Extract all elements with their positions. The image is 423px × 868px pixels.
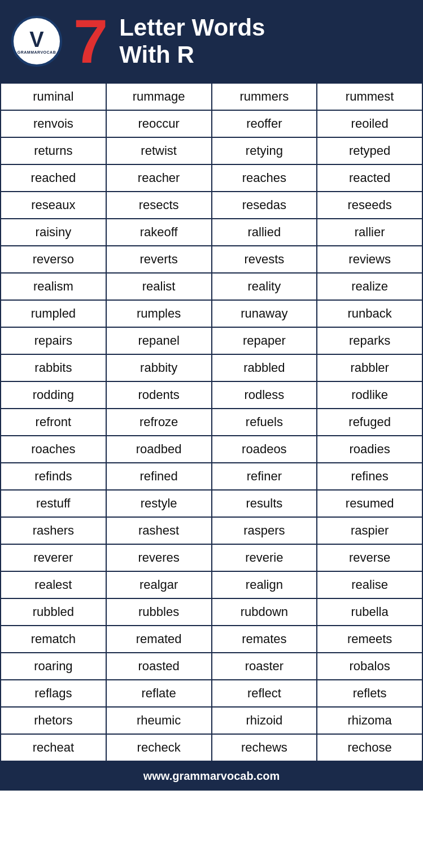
word-cell: refroze — [106, 409, 212, 436]
word-cell: refines — [317, 463, 422, 490]
word-cell: refined — [106, 463, 212, 490]
table-row: reseauxresectsresedasreseeds — [1, 192, 422, 219]
word-cell: robalos — [317, 653, 422, 680]
word-cell: rodlike — [317, 381, 422, 409]
word-cell: refront — [1, 409, 106, 436]
table-row: raisinyrakeoffralliedrallier — [1, 219, 422, 246]
word-cell: repaper — [212, 327, 317, 354]
word-cell: restyle — [106, 490, 212, 517]
table-row: restuffrestyleresultsresumed — [1, 490, 422, 517]
table-row: rashersrashestraspersraspier — [1, 517, 422, 544]
logo-container: V GRAMMARVOCAB — [11, 16, 62, 67]
word-cell: rodding — [1, 381, 106, 409]
table-row: rubbledrubblesrubdownrubella — [1, 598, 422, 626]
word-cell: rubbles — [106, 598, 212, 626]
table-row: reversorevertsrevestsreviews — [1, 246, 422, 273]
word-cell: repanel — [106, 327, 212, 354]
word-cell: rabbler — [317, 354, 422, 381]
word-cell: reoffer — [212, 110, 317, 137]
word-cell: reached — [1, 164, 106, 192]
word-cell: resumed — [317, 490, 422, 517]
word-cell: reality — [212, 273, 317, 300]
word-cell: rubbled — [1, 598, 106, 626]
word-cell: retying — [212, 137, 317, 164]
table-row: rematchrematedrematesremeets — [1, 626, 422, 653]
word-cell: remeets — [317, 626, 422, 653]
word-cell: rabbity — [106, 354, 212, 381]
table-row: rhetorsrheumicrhizoidrhizoma — [1, 707, 422, 734]
word-cell: reflets — [317, 680, 422, 707]
word-cell: runback — [317, 300, 422, 327]
table-row: rabbitsrabbityrabbledrabbler — [1, 354, 422, 381]
word-cell: reverer — [1, 544, 106, 571]
word-cell: realism — [1, 273, 106, 300]
word-cell: rabbits — [1, 354, 106, 381]
word-cell: rummage — [106, 83, 212, 110]
word-cell: rubdown — [212, 598, 317, 626]
header-number: 7 — [73, 10, 108, 72]
word-cell: recheat — [1, 734, 106, 761]
table-row: roddingrodentsrodlessrodlike — [1, 381, 422, 409]
word-cell: raspers — [212, 517, 317, 544]
word-cell: rallier — [317, 219, 422, 246]
header: V GRAMMARVOCAB 7 Letter WordsWith R — [0, 0, 423, 83]
footer: www.grammarvocab.com — [0, 762, 423, 791]
word-cell: rheumic — [106, 707, 212, 734]
table-row: reachedreacherreachesreacted — [1, 164, 422, 192]
word-cell: roadeos — [212, 436, 317, 463]
word-cell: rhetors — [1, 707, 106, 734]
word-cell: rodents — [106, 381, 212, 409]
word-grid: ruminalrummagerummersrummestrenvoisreocc… — [0, 83, 423, 762]
word-cell: realise — [317, 571, 422, 598]
table-row: realismrealistrealityrealize — [1, 273, 422, 300]
word-cell: remated — [106, 626, 212, 653]
footer-url: www.grammarvocab.com — [143, 770, 280, 782]
table-row: ruminalrummagerummersrummest — [1, 83, 422, 110]
word-cell: rallied — [212, 219, 317, 246]
word-cell: realign — [212, 571, 317, 598]
word-cell: roaring — [1, 653, 106, 680]
word-cell: remates — [212, 626, 317, 653]
word-cell: rechose — [317, 734, 422, 761]
word-cell: reacher — [106, 164, 212, 192]
word-cell: rummest — [317, 83, 422, 110]
word-cell: reaches — [212, 164, 317, 192]
word-cell: runaway — [212, 300, 317, 327]
word-cell: results — [212, 490, 317, 517]
table-row: refrontrefrozerefuelsrefuged — [1, 409, 422, 436]
word-cell: reflags — [1, 680, 106, 707]
table-row: revererreveresreveriereverse — [1, 544, 422, 571]
word-cell: reflect — [212, 680, 317, 707]
word-cell: resedas — [212, 192, 317, 219]
word-cell: ruminal — [1, 83, 106, 110]
word-cell: reparks — [317, 327, 422, 354]
word-cell: retwist — [106, 137, 212, 164]
logo-v-icon: V — [29, 29, 43, 50]
word-cell: retyped — [317, 137, 422, 164]
header-title: Letter WordsWith R — [119, 14, 265, 69]
word-cell: refuged — [317, 409, 422, 436]
word-cell: recheck — [106, 734, 212, 761]
word-cell: rakeoff — [106, 219, 212, 246]
word-cell: realist — [106, 273, 212, 300]
word-cell: reseeds — [317, 192, 422, 219]
word-cell: refiner — [212, 463, 317, 490]
word-cell: raspier — [317, 517, 422, 544]
table-row: recheatrecheckrechewsrechose — [1, 734, 422, 761]
word-cell: reacted — [317, 164, 422, 192]
word-cell: reverse — [317, 544, 422, 571]
table-row: refindsrefinedrefinerrefines — [1, 463, 422, 490]
word-cell: reverso — [1, 246, 106, 273]
word-cell: refuels — [212, 409, 317, 436]
word-cell: rumples — [106, 300, 212, 327]
word-cell: rematch — [1, 626, 106, 653]
word-cell: rubella — [317, 598, 422, 626]
word-cell: rhizoid — [212, 707, 317, 734]
logo-subtext: GRAMMARVOCAB — [18, 50, 56, 54]
logo-circle: V GRAMMARVOCAB — [11, 16, 62, 67]
table-row: roaringroastedroasterrobalos — [1, 653, 422, 680]
word-cell: reveres — [106, 544, 212, 571]
word-cell: reverie — [212, 544, 317, 571]
table-row: repairsrepanelrepaperreparks — [1, 327, 422, 354]
word-cell: rummers — [212, 83, 317, 110]
